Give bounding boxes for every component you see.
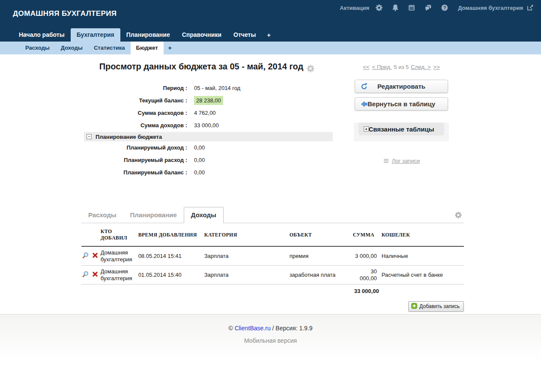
- nav-item-home[interactable]: Начало работы: [13, 28, 71, 42]
- account-link[interactable]: Домашняя бухгалтерия: [458, 5, 523, 11]
- field-value-expense-sum: 4 762,00: [194, 110, 216, 116]
- pagination-last-link[interactable]: >>: [433, 64, 440, 70]
- total-sum-value: 33 000,00: [353, 284, 382, 298]
- field-label: Планируемый доход :: [81, 144, 187, 151]
- edit-button-label: Редактировать: [377, 83, 425, 90]
- field-row-current-balance: Текущий баланс : 28 238,00: [81, 94, 333, 107]
- nav-add-tab-button[interactable]: +: [262, 28, 276, 42]
- nav-item-reports[interactable]: Отчеты: [227, 28, 262, 42]
- field-row-income-sum: Сумма доходов : 33 000,00: [81, 119, 333, 132]
- table-actions: Добавить запись: [81, 301, 464, 312]
- cell-category: Зарплата: [204, 266, 290, 284]
- cell-who: Домашняя бухгалтерия: [101, 266, 138, 284]
- cell-wallet: Расчетный счет в банке: [382, 266, 464, 284]
- pagination-prev-link[interactable]: < Пред.: [372, 64, 392, 70]
- app-logo: ДОМАШНЯЯ БУХГАЛТЕРИЯ: [13, 9, 117, 18]
- subnav-item-incomes[interactable]: Доходы: [55, 42, 88, 54]
- calendar-icon[interactable]: [408, 4, 415, 12]
- column-header-sum: СУММА: [353, 223, 382, 246]
- cell-time: 01.05.2014 15:40: [138, 266, 204, 284]
- cell-object: заработная плата: [290, 266, 353, 284]
- activation-link[interactable]: Активация: [340, 5, 369, 11]
- footer-mobile: Мобильная версия: [0, 337, 541, 344]
- logout-icon[interactable]: [526, 4, 534, 12]
- cell-sum: 30 000,00: [353, 266, 382, 284]
- record-settings-gear-icon[interactable]: [306, 63, 315, 73]
- related-tables-panel: + Связанные таблицы: [354, 123, 449, 141]
- cell-object: премия: [290, 246, 353, 266]
- subnav-item-budget[interactable]: Бюджет: [131, 42, 164, 54]
- table-settings-gear-icon[interactable]: [454, 211, 462, 221]
- topbar-actions: Активация Домашняя бухгалтерия: [340, 3, 534, 12]
- copyright-symbol: ©: [228, 325, 234, 332]
- actions-column-header: [81, 223, 101, 246]
- record-fields: Период : 05 - май, 2014 год Текущий бала…: [81, 82, 333, 132]
- pagination-counter: 5 из 5: [394, 64, 409, 70]
- settings-gear-icon[interactable]: [375, 4, 383, 12]
- main-nav: Начало работы Бухгалтерия Планирование С…: [0, 28, 541, 42]
- record-log-link[interactable]: Лог записи: [392, 158, 420, 164]
- notifications-bell-icon[interactable]: [392, 4, 399, 12]
- planning-section-header: − Планирование бюджета: [84, 132, 333, 141]
- table-row: Домашняя бухгалтерия 08.05.2014 15:41 За…: [81, 246, 464, 266]
- nav-item-references[interactable]: Справочники: [176, 28, 227, 42]
- field-row-planned-balance: Планируемый баланс : 0,00: [81, 166, 333, 179]
- field-label: Планируемый баланс :: [81, 169, 187, 176]
- view-record-icon[interactable]: [82, 271, 89, 279]
- subnav-item-statistics[interactable]: Статистика: [88, 42, 131, 54]
- incomes-table: КТО ДОБАВИЛ ВРЕМЯ ДОБАВЛЕНИЯ КАТЕГОРИЯ О…: [81, 223, 464, 298]
- page-title-text: Просмотр данных бюджета за 05 - май, 201…: [99, 62, 304, 71]
- back-to-table-button[interactable]: Вернуться в таблицу: [355, 97, 448, 111]
- collapse-toggle-icon[interactable]: −: [87, 134, 92, 139]
- column-header-time: ВРЕМЯ ДОБАВЛЕНИЯ: [138, 223, 204, 246]
- plus-icon: [411, 303, 417, 310]
- detail-tab-incomes[interactable]: Доходы: [184, 207, 224, 223]
- field-value-planned-income: 0,00: [194, 144, 205, 151]
- detail-tabs: Расходы Планирование Доходы: [81, 207, 464, 223]
- table-row: Домашняя бухгалтерия 01.05.2014 15:40 За…: [81, 266, 464, 284]
- messages-chat-icon[interactable]: [424, 4, 432, 12]
- version-text: / Версия: 1.9.9: [271, 325, 313, 332]
- field-value-current-balance: 28 238,00: [194, 96, 223, 105]
- field-row-expense-sum: Сумма расходов : 4 762,00: [81, 107, 333, 119]
- cell-who: Домашняя бухгалтерия: [101, 246, 138, 266]
- detail-tab-expenses[interactable]: Расходы: [81, 207, 123, 223]
- field-value-planned-balance: 0,00: [194, 169, 205, 176]
- field-row-planned-expense: Планируемый расход : 0,00: [81, 154, 333, 166]
- subnav-add-tab-button[interactable]: +: [164, 42, 176, 54]
- related-tables-label: Связанные таблицы: [368, 126, 434, 133]
- planning-section-title: Планирование бюджета: [96, 134, 162, 140]
- column-header-who: КТО ДОБАВИЛ: [101, 223, 138, 246]
- field-row-period: Период : 05 - май, 2014 год: [81, 82, 333, 94]
- cell-time: 08.05.2014 15:41: [138, 246, 204, 266]
- mobile-version-link[interactable]: Мобильная версия: [244, 337, 297, 344]
- pagination-next-link[interactable]: След. >: [411, 64, 430, 70]
- detail-tab-planning[interactable]: Планирование: [123, 207, 184, 223]
- delete-record-icon[interactable]: [92, 252, 98, 260]
- delete-record-icon[interactable]: [92, 271, 98, 279]
- topbar: ДОМАШНЯЯ БУХГАЛТЕРИЯ Активация Домашняя …: [0, 0, 541, 28]
- cell-sum: 3 000,00: [353, 246, 382, 266]
- cell-wallet: Наличные: [382, 246, 464, 266]
- related-tables-toggle[interactable]: + Связанные таблицы: [359, 123, 444, 135]
- pagination-first-link[interactable]: <<: [363, 64, 369, 70]
- expand-toggle-icon[interactable]: +: [364, 126, 369, 132]
- column-header-object: ОБЪЕКТ: [290, 223, 353, 246]
- field-value-income-sum: 33 000,00: [194, 122, 219, 129]
- add-record-button[interactable]: Добавить запись: [408, 301, 464, 312]
- edit-button[interactable]: Редактировать: [355, 80, 448, 93]
- column-header-category: КАТЕГОРИЯ: [204, 223, 290, 246]
- nav-item-planning[interactable]: Планирование: [120, 28, 176, 42]
- subnav-item-expenses[interactable]: Расходы: [20, 42, 55, 54]
- planning-fields: Планируемый доход : 0,00 Планируемый рас…: [81, 141, 333, 179]
- table-total-row: 33 000,00: [81, 284, 464, 298]
- nav-item-accounting[interactable]: Бухгалтерия: [71, 28, 120, 42]
- field-value-planned-expense: 0,00: [194, 157, 205, 163]
- record-sidebar: <<< Пред.5 из 5След. >>> Редактировать В…: [354, 54, 449, 165]
- footer-copyright: © ClientBase.ru / Версия: 1.9.9: [0, 314, 541, 332]
- clientbase-link[interactable]: ClientBase.ru: [235, 325, 271, 332]
- view-record-icon[interactable]: [82, 252, 89, 260]
- field-value-period: 05 - май, 2014 год: [194, 85, 240, 91]
- help-icon[interactable]: [441, 4, 448, 12]
- arrow-left-icon: [360, 100, 368, 109]
